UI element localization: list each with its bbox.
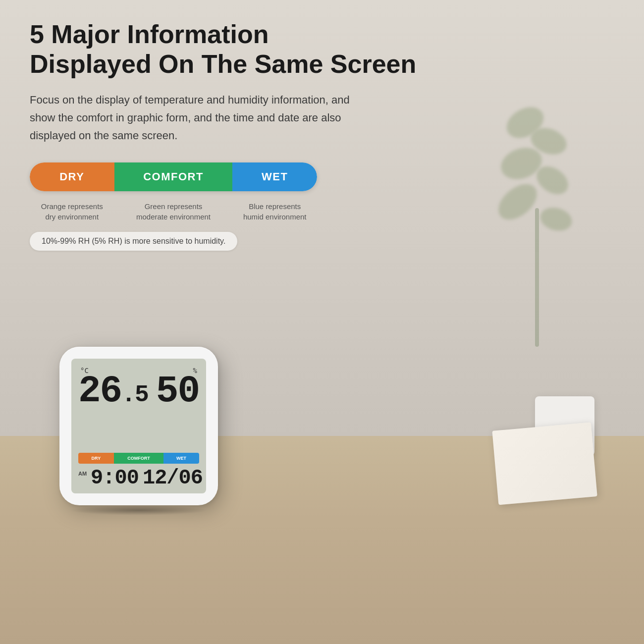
thermometer-device: °C 26.5 % 50 DRY COMFORT WET AM 9:0 (59, 347, 218, 505)
bar-labels: Orange representsdry environment Green r… (30, 201, 317, 222)
device-screen: °C 26.5 % 50 DRY COMFORT WET AM 9:0 (71, 359, 206, 493)
temp-hum-row: °C 26.5 % 50 (78, 366, 199, 449)
wet-segment: WET (232, 162, 317, 191)
time-date-row: AM 9:00 12/06 (78, 467, 199, 488)
comfort-bar: DRY COMFORT WET (30, 162, 317, 191)
main-content: 5 Major Information Displayed On The Sam… (30, 20, 436, 644)
comfort-bar-section: DRY COMFORT WET (30, 162, 436, 191)
hum-value: 50 (156, 375, 199, 408)
temp-value-container: 26.5 (78, 375, 148, 408)
plant-stem (535, 208, 539, 347)
plant-decoration (466, 99, 614, 347)
device-comfort-segment: COMFORT (114, 453, 163, 464)
humidity-section: % 50 (152, 366, 199, 408)
dry-segment: DRY (30, 162, 114, 191)
temperature-section: °C 26.5 (78, 366, 148, 408)
device-wet-segment: WET (163, 453, 199, 464)
main-headline: 5 Major Information Displayed On The Sam… (30, 20, 436, 79)
comfort-label: Green representsmoderate environment (114, 201, 233, 222)
device-wrapper: °C 26.5 % 50 DRY COMFORT WET AM 9:0 (59, 347, 218, 515)
comfort-segment: COMFORT (114, 162, 233, 191)
device-shadow (69, 505, 208, 515)
am-label: AM (78, 471, 87, 477)
device-comfort-bar: DRY COMFORT WET (78, 453, 199, 464)
book-decoration (492, 422, 607, 510)
humidity-note: 10%-99% RH (5% RH) is more sensitive to … (30, 232, 237, 251)
time-value: 9:00 (91, 468, 139, 488)
wet-label: Blue representshumid environment (232, 201, 317, 222)
temp-main-value: 26.5 (78, 375, 148, 408)
main-description: Focus on the display of temperature and … (30, 91, 367, 145)
book-cover (492, 422, 597, 505)
dry-label: Orange representsdry environment (30, 201, 114, 222)
device-dry-segment: DRY (78, 453, 114, 464)
date-value: 12/06 (143, 468, 203, 488)
